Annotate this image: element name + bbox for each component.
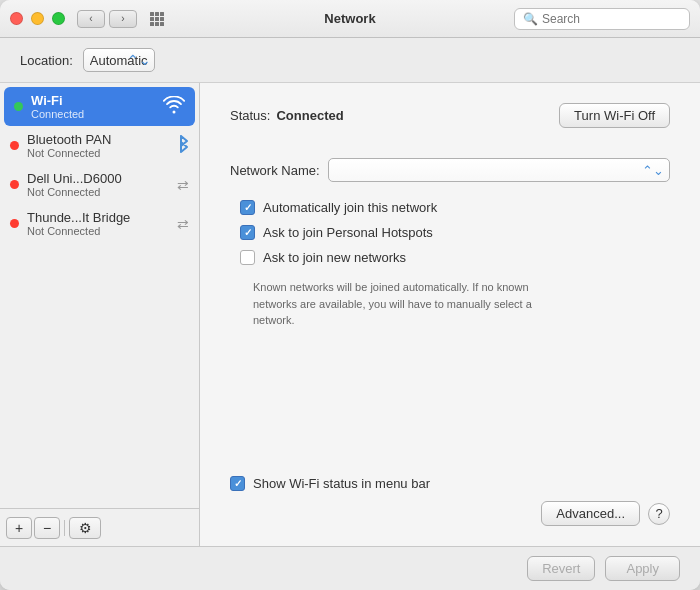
apps-grid-button[interactable] xyxy=(143,10,171,28)
network-status-dell: Not Connected xyxy=(27,186,171,198)
network-status-bluetooth: Not Connected xyxy=(27,147,167,159)
network-name-bluetooth: Bluetooth PAN xyxy=(27,132,167,147)
wifi-icon xyxy=(163,96,185,118)
auto-join-label: Automatically join this network xyxy=(263,200,437,215)
main-content: Wi-Fi Connected xyxy=(0,83,700,546)
show-wifi-row[interactable]: Show Wi-Fi status in menu bar xyxy=(230,476,670,491)
new-networks-label: Ask to join new networks xyxy=(263,250,406,265)
search-icon: 🔍 xyxy=(523,12,538,26)
right-panel: Status: Connected Turn Wi-Fi Off Network… xyxy=(200,83,700,546)
bottom-buttons: Advanced... ? xyxy=(230,501,670,526)
status-dot-bluetooth xyxy=(10,141,19,150)
network-name-label: Network Name: xyxy=(230,163,320,178)
close-button[interactable] xyxy=(10,12,23,25)
status-value: Connected xyxy=(276,108,559,123)
sidebar-item-wifi[interactable]: Wi-Fi Connected xyxy=(4,87,195,126)
network-status-wifi: Connected xyxy=(31,108,157,120)
window-title: Network xyxy=(324,11,375,26)
show-wifi-checkbox[interactable] xyxy=(230,476,245,491)
auto-join-row[interactable]: Automatically join this network xyxy=(240,200,670,215)
location-select[interactable]: Automatic xyxy=(83,48,155,72)
status-label: Status: xyxy=(230,108,270,123)
remove-network-button[interactable]: − xyxy=(34,517,60,539)
bluetooth-icon xyxy=(173,134,189,158)
sidebar-item-thunderbolt[interactable]: Thunde...It Bridge Not Connected ⇄ xyxy=(0,204,199,243)
show-wifi-label: Show Wi-Fi status in menu bar xyxy=(253,476,430,491)
toolbar-separator xyxy=(64,520,65,536)
sidebar-item-dell[interactable]: Dell Uni...D6000 Not Connected ⇄ xyxy=(0,165,199,204)
network-info-wifi: Wi-Fi Connected xyxy=(31,93,157,120)
status-row: Status: Connected Turn Wi-Fi Off xyxy=(230,103,670,128)
personal-hotspot-row[interactable]: Ask to join Personal Hotspots xyxy=(240,225,670,240)
network-info-bluetooth: Bluetooth PAN Not Connected xyxy=(27,132,167,159)
network-name-wifi: Wi-Fi xyxy=(31,93,157,108)
location-bar: Location: Automatic ⌃⌄ xyxy=(0,38,700,83)
revert-button[interactable]: Revert xyxy=(527,556,595,581)
new-networks-checkbox[interactable] xyxy=(240,250,255,265)
location-select-wrapper: Automatic ⌃⌄ xyxy=(83,48,155,72)
apply-button[interactable]: Apply xyxy=(605,556,680,581)
back-button[interactable]: ‹ xyxy=(77,10,105,28)
status-dot-dell xyxy=(10,180,19,189)
auto-join-checkbox[interactable] xyxy=(240,200,255,215)
add-network-button[interactable]: + xyxy=(6,517,32,539)
network-status-thunderbolt: Not Connected xyxy=(27,225,171,237)
nav-buttons: ‹ › xyxy=(77,10,137,28)
hint-text: Known networks will be joined automatica… xyxy=(253,279,573,329)
network-settings-button[interactable]: ⚙ xyxy=(69,517,101,539)
network-name-row: Network Name: ⌃⌄ xyxy=(230,158,670,182)
turn-wifi-off-button[interactable]: Turn Wi-Fi Off xyxy=(559,103,670,128)
help-button[interactable]: ? xyxy=(648,503,670,525)
new-networks-row[interactable]: Ask to join new networks xyxy=(240,250,670,265)
sidebar: Wi-Fi Connected xyxy=(0,83,200,546)
titlebar: ‹ › Network 🔍 xyxy=(0,0,700,38)
search-bar[interactable]: 🔍 xyxy=(514,8,690,30)
traffic-lights xyxy=(10,12,65,25)
location-label: Location: xyxy=(20,53,73,68)
sidebar-item-bluetooth[interactable]: Bluetooth PAN Not Connected xyxy=(0,126,199,165)
window-bottom-bar: Revert Apply xyxy=(0,546,700,590)
bottom-area: Show Wi-Fi status in menu bar Advanced..… xyxy=(230,476,670,526)
network-info-thunderbolt: Thunde...It Bridge Not Connected xyxy=(27,210,171,237)
network-name-select-wrapper: ⌃⌄ xyxy=(328,158,670,182)
status-dot-wifi xyxy=(14,102,23,111)
network-preferences-window: ‹ › Network 🔍 Location: Automatic ⌃⌄ xyxy=(0,0,700,590)
ethernet-icon-thunderbolt: ⇄ xyxy=(177,216,189,232)
search-input[interactable] xyxy=(542,12,681,26)
personal-hotspot-label: Ask to join Personal Hotspots xyxy=(263,225,433,240)
minimize-button[interactable] xyxy=(31,12,44,25)
advanced-button[interactable]: Advanced... xyxy=(541,501,640,526)
network-list: Wi-Fi Connected xyxy=(0,83,199,508)
network-info-dell: Dell Uni...D6000 Not Connected xyxy=(27,171,171,198)
personal-hotspot-checkbox[interactable] xyxy=(240,225,255,240)
checkboxes-area: Automatically join this network Ask to j… xyxy=(240,200,670,265)
network-name-dell: Dell Uni...D6000 xyxy=(27,171,171,186)
maximize-button[interactable] xyxy=(52,12,65,25)
forward-button[interactable]: › xyxy=(109,10,137,28)
grid-icon xyxy=(150,12,164,26)
ethernet-icon-dell: ⇄ xyxy=(177,177,189,193)
status-dot-thunderbolt xyxy=(10,219,19,228)
sidebar-toolbar: + − ⚙ xyxy=(0,508,199,546)
network-name-thunderbolt: Thunde...It Bridge xyxy=(27,210,171,225)
network-name-select[interactable] xyxy=(328,158,670,182)
